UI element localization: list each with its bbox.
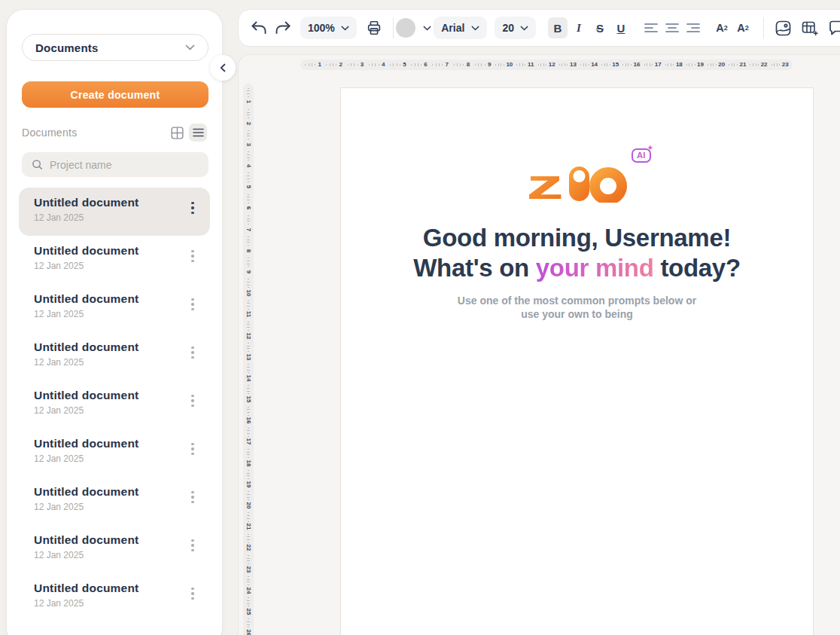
ruler-unit: 24 [245, 574, 252, 595]
ruler-number: 2 [339, 62, 342, 68]
superscript-button[interactable]: A2 [712, 17, 732, 38]
ruler-unit: 18 [663, 62, 684, 68]
zoom-value: 100% [308, 22, 335, 34]
document-list-item[interactable]: Untitled document 12 Jan 2025 [19, 188, 210, 236]
document-title: Untitled document [34, 244, 186, 258]
document-list-item[interactable]: Untitled document 12 Jan 2025 [19, 477, 210, 525]
font-family-select[interactable]: Arial [434, 17, 487, 39]
document-date: 12 Jan 2025 [34, 550, 186, 560]
chevron-down-icon [341, 26, 349, 31]
document-list-item[interactable]: Untitled document 12 Jan 2025 [19, 429, 210, 477]
editor-toolbar: 100% Arial 20 B I S U [238, 9, 840, 47]
ruler-number: 20 [718, 62, 725, 68]
create-document-button[interactable]: Create document [22, 81, 208, 108]
search-input[interactable] [50, 159, 199, 171]
ruler-unit: 9 [473, 62, 494, 68]
ruler-number: 10 [506, 62, 513, 68]
ruler-unit: 1 [247, 86, 250, 107]
ruler-unit: 13 [245, 340, 252, 362]
ruler-number: 8 [245, 249, 251, 252]
undo-button[interactable] [249, 17, 269, 38]
document-page[interactable]: z AI ✦ Good morning, Username! What's on… [340, 87, 814, 635]
document-list-item[interactable]: Untitled document 12 Jan 2025 [19, 236, 210, 284]
greeting-line2-post: today? [654, 254, 741, 282]
chevron-down-icon [423, 26, 431, 31]
ruler-number: 6 [424, 62, 427, 68]
align-left-button[interactable] [641, 17, 661, 38]
document-menu-button[interactable] [186, 343, 199, 362]
ruler-unit: 14 [245, 362, 252, 383]
document-menu-button[interactable] [186, 295, 199, 314]
ruler-unit: 18 [245, 447, 252, 468]
document-menu-button[interactable] [186, 246, 199, 266]
ruler-number: 10 [245, 290, 251, 297]
document-date: 12 Jan 2025 [34, 405, 186, 416]
comments-button[interactable] [827, 17, 840, 38]
superscript-mark: 2 [724, 24, 728, 32]
ruler-unit: 2 [324, 62, 345, 68]
document-menu-button[interactable] [186, 536, 199, 555]
strikethrough-button[interactable]: S [590, 17, 610, 38]
list-view-button[interactable] [189, 124, 207, 142]
redo-button[interactable] [273, 17, 293, 38]
ruler-unit: 3 [345, 62, 366, 68]
italic-button[interactable]: I [569, 17, 589, 38]
ruler-unit: 21 [245, 511, 252, 532]
document-menu-button[interactable] [186, 439, 199, 459]
underline-button[interactable]: U [611, 17, 631, 38]
document-menu-button[interactable] [186, 391, 199, 411]
chevron-down-icon [185, 44, 195, 50]
ruler-number: 11 [245, 311, 251, 317]
ruler-unit: 20 [706, 62, 727, 68]
ruler-number: 14 [245, 374, 251, 381]
ruler-number: 7 [245, 227, 251, 230]
greeting-heading: Good morning, Username! What's on your m… [341, 223, 813, 283]
ruler-unit: 13 [557, 62, 578, 68]
document-menu-button[interactable] [186, 198, 199, 218]
document-list: Untitled document 12 Jan 2025 Untitled d… [7, 188, 222, 621]
document-menu-button[interactable] [186, 487, 199, 507]
ruler-number: 6 [245, 206, 251, 209]
document-list-item[interactable]: Untitled document 12 Jan 2025 [19, 284, 210, 332]
document-menu-button[interactable] [186, 584, 199, 603]
bold-button[interactable]: B [548, 17, 568, 38]
insert-image-button[interactable] [773, 17, 793, 38]
align-right-icon [686, 23, 700, 32]
align-center-button[interactable] [662, 17, 682, 38]
ruler-number: 13 [570, 62, 577, 68]
font-size-value: 20 [502, 22, 514, 34]
prompt-subtitle: Use one of the most common prompts below… [341, 295, 813, 321]
document-list-item[interactable]: Untitled document 12 Jan 2025 [19, 380, 210, 429]
greeting-highlight: your mind [536, 254, 654, 282]
subscript-button[interactable]: A2 [733, 17, 753, 38]
document-list-item[interactable]: Untitled document 12 Jan 2025 [19, 332, 210, 380]
document-date: 12 Jan 2025 [34, 453, 186, 464]
insert-table-button[interactable] [800, 17, 820, 38]
document-title: Untitled document [34, 196, 186, 209]
collapse-sidebar-button[interactable] [210, 55, 236, 81]
logo-row: z AI ✦ [341, 160, 813, 203]
sparkle-icon: ✦ [647, 143, 653, 153]
greeting-line2-pre: What's on [413, 254, 536, 282]
document-list-item[interactable]: Untitled document 12 Jan 2025 [19, 573, 210, 621]
align-right-button[interactable] [683, 17, 703, 38]
text-color-button[interactable] [403, 17, 425, 38]
ruler-unit: 15 [600, 62, 621, 68]
document-date: 12 Jan 2025 [34, 261, 186, 271]
chevron-left-icon [220, 63, 226, 72]
document-info: Untitled document 12 Jan 2025 [34, 292, 186, 319]
document-title: Untitled document [34, 389, 186, 402]
vertical-ruler[interactable]: 1 2 3 4 5 6 [243, 84, 254, 635]
document-list-item[interactable]: Untitled document 12 Jan 2025 [19, 525, 210, 573]
horizontal-ruler[interactable]: 1 2 3 4 5 6 [300, 60, 793, 70]
ruler-number: 24 [245, 587, 251, 594]
grid-view-button[interactable] [168, 124, 186, 142]
workspace-dropdown[interactable]: Documents [22, 34, 208, 61]
ruler-unit: 16 [245, 405, 252, 426]
font-size-select[interactable]: 20 [495, 17, 536, 39]
document-info: Untitled document 12 Jan 2025 [34, 533, 186, 560]
zoom-select[interactable]: 100% [300, 17, 357, 39]
document-info: Untitled document 12 Jan 2025 [34, 581, 186, 609]
print-button[interactable] [364, 17, 384, 38]
ruler-number: 16 [634, 62, 641, 68]
